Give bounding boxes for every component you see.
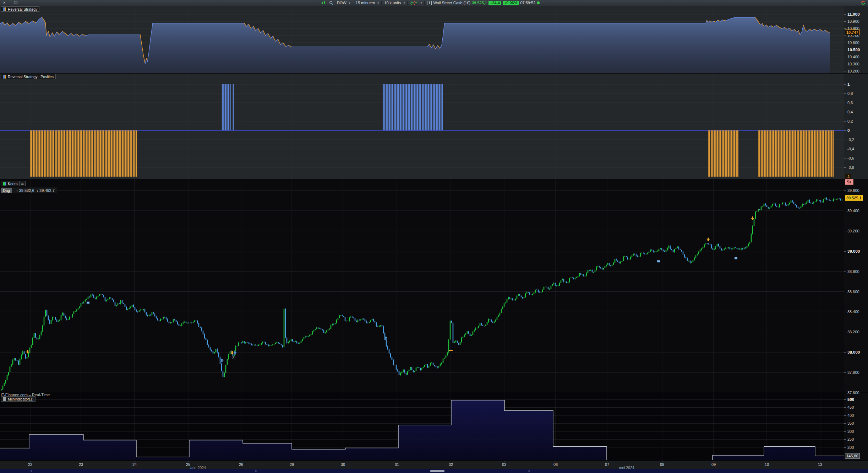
maximize-icon[interactable]: ❐ bbox=[14, 0, 17, 6]
date-label: 07 bbox=[605, 462, 609, 467]
titlebar-toolbar: ✕ – ❐ DOW ▾ 15 minuten ▾ 10 k unit bbox=[0, 0, 868, 6]
indicator-chart-canvas[interactable] bbox=[0, 392, 868, 460]
axis-tick-label: -0,4 bbox=[847, 147, 854, 151]
axis-tick-label: 0,6 bbox=[847, 101, 853, 105]
units-dropdown[interactable]: 10 k units ▾ bbox=[384, 1, 405, 5]
time-axis[interactable]: 22232425262930010203060708091013apr. 202… bbox=[0, 461, 868, 469]
axis-tick bbox=[844, 121, 846, 122]
axis-tick-label: 38.800 bbox=[847, 269, 859, 274]
panel-label-text: Reversal Strategy bbox=[8, 7, 37, 11]
axis-tick bbox=[844, 352, 846, 353]
date-label: 24 bbox=[132, 462, 137, 467]
info-icon[interactable]: i bbox=[427, 1, 432, 5]
day-range-box: Dag ↑ 39.532,6 ↓ 39.492,7 bbox=[1, 188, 57, 193]
arrow-up-icon: ↑ bbox=[16, 188, 18, 193]
equity-chart-canvas[interactable] bbox=[0, 6, 868, 73]
axis-tick-label: 200 bbox=[847, 445, 854, 450]
panel-label-text: Koers bbox=[8, 182, 17, 186]
timeframe-dropdown[interactable]: 15 minuten ▾ bbox=[356, 1, 379, 5]
axis-tick-label: 350 bbox=[847, 421, 854, 425]
price-chart-canvas[interactable]: 3 bbox=[0, 179, 868, 392]
axis-tick bbox=[844, 407, 846, 408]
axis-tick bbox=[844, 431, 846, 432]
axis-tick-label: 0,4 bbox=[847, 110, 853, 114]
axis-tick bbox=[844, 64, 846, 64]
day-high-value: 39.532,6 bbox=[19, 188, 34, 193]
quote-time: 07:59:52 bbox=[520, 1, 535, 5]
y-axis-indicator[interactable] bbox=[844, 392, 868, 460]
axis-tick-label: 39.400 bbox=[847, 209, 859, 213]
chevron-down-icon: ▾ bbox=[377, 1, 379, 5]
date-label: 02 bbox=[449, 462, 453, 467]
date-label: 08 bbox=[660, 462, 664, 467]
current-value-box-positions: -1 bbox=[845, 174, 851, 179]
instrument-dropdown[interactable]: DOW ▾ bbox=[337, 1, 350, 5]
panel-label-koers[interactable]: Koers bbox=[1, 181, 20, 186]
axis-tick bbox=[844, 130, 846, 131]
list-icon[interactable]: ≣ bbox=[19, 181, 26, 186]
date-label: 03 bbox=[502, 462, 506, 467]
axis-tick bbox=[844, 57, 846, 57]
y-axis-positions[interactable] bbox=[844, 73, 868, 179]
minimize-icon[interactable]: – bbox=[9, 0, 11, 6]
taskbar-dot bbox=[31, 470, 32, 472]
date-label: 30 bbox=[341, 462, 345, 467]
day-low-value: 39.492,7 bbox=[39, 188, 55, 193]
axis-tick-label: 10.300 bbox=[847, 62, 859, 66]
axis-tick-label: 1 bbox=[847, 82, 850, 86]
axis-tick bbox=[844, 103, 846, 103]
panel-label-text: MijnIndicator(1) bbox=[8, 397, 33, 401]
chevron-down-icon: ▾ bbox=[420, 1, 422, 5]
panel-label-text: Reversal Strategy : Posities bbox=[8, 75, 54, 79]
axis-tick bbox=[844, 167, 846, 168]
toolbar-divider bbox=[353, 1, 353, 5]
axis-tick bbox=[844, 312, 846, 312]
axis-tick bbox=[844, 50, 846, 50]
axis-tick-label: 38.600 bbox=[847, 290, 859, 294]
chart-style-icon[interactable]: ▾ bbox=[410, 0, 422, 5]
day-range-label: Dag bbox=[1, 188, 12, 193]
date-label: 29 bbox=[290, 462, 294, 467]
chevron-down-icon: ▾ bbox=[403, 1, 405, 5]
axis-tick bbox=[844, 231, 846, 231]
axis-tick bbox=[844, 332, 846, 332]
axis-tick bbox=[844, 393, 846, 393]
toolbar-divider bbox=[407, 1, 408, 5]
date-label: 22 bbox=[28, 462, 32, 467]
axis-tick-label: 39.200 bbox=[847, 229, 859, 233]
date-label: 10 bbox=[765, 462, 769, 467]
panel-label-positions[interactable]: Reversal Strategy : Posities bbox=[1, 74, 56, 79]
panel-divider[interactable] bbox=[0, 73, 868, 74]
axis-tick-label: 37.600 bbox=[847, 391, 859, 395]
axis-tick bbox=[844, 149, 846, 149]
panel-label-reversal-strategy[interactable]: Reversal Strategy bbox=[1, 6, 39, 12]
positions-chart-canvas[interactable] bbox=[0, 73, 868, 179]
axis-tick bbox=[844, 415, 846, 416]
panel-divider[interactable] bbox=[0, 392, 868, 393]
panel-label-mijnindicator[interactable]: MijnIndicator(1) bbox=[1, 396, 36, 402]
axis-tick-label: 450 bbox=[847, 405, 854, 409]
close-icon[interactable]: ✕ bbox=[3, 0, 6, 6]
trading-app-window: ✕ – ❐ DOW ▾ 15 minuten ▾ 10 k unit bbox=[0, 0, 868, 473]
axis-tick bbox=[844, 140, 846, 140]
taskbar-handle[interactable] bbox=[430, 470, 444, 472]
axis-tick-label: 10.600 bbox=[847, 41, 859, 45]
axis-tick-label: 500 bbox=[847, 397, 854, 402]
axis-tick bbox=[844, 292, 846, 292]
axis-tick bbox=[844, 158, 846, 158]
refresh-icon[interactable] bbox=[860, 0, 866, 5]
axis-tick bbox=[844, 190, 846, 191]
indicator-icon bbox=[3, 397, 6, 401]
strategy-icon bbox=[3, 7, 6, 11]
taskbar-dot bbox=[528, 470, 530, 472]
axis-tick-label: 10.400 bbox=[847, 55, 859, 59]
date-label: 25 bbox=[186, 462, 190, 467]
timeframe-dropdown-label: 15 minuten bbox=[356, 1, 375, 5]
current-value-box-strategy: 10.747 bbox=[845, 29, 860, 35]
pointer-tool-icon[interactable] bbox=[329, 1, 333, 5]
last-price: 39.525,1 bbox=[472, 1, 487, 5]
candlestick-tool-icon[interactable] bbox=[321, 1, 326, 5]
current-price-box: 39.525,1 bbox=[845, 195, 863, 201]
panel-divider[interactable] bbox=[0, 179, 868, 179]
date-label: 01 bbox=[395, 462, 399, 467]
